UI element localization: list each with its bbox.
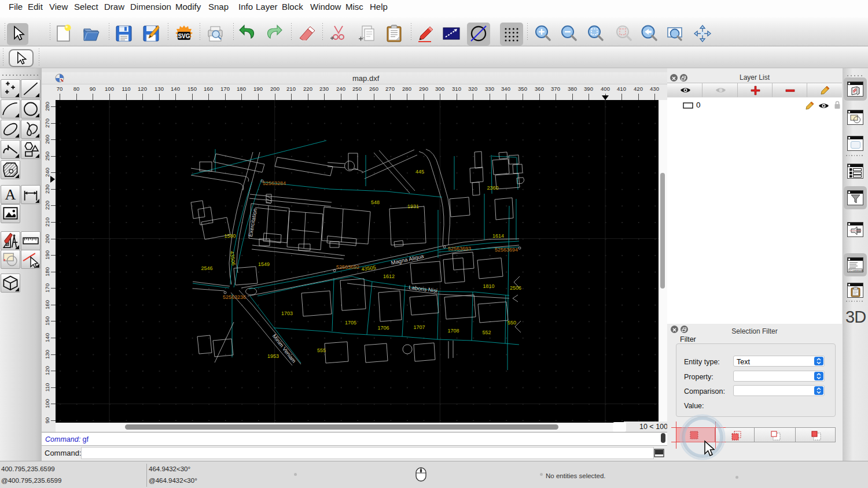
svg-text:52563694: 52563694 (495, 247, 518, 253)
svg-text:2546: 2546 (201, 265, 212, 271)
svg-text:1705: 1705 (345, 320, 356, 326)
svg-text:548: 548 (371, 199, 380, 205)
svg-text:1931: 1931 (407, 204, 419, 209)
svg-text:445: 445 (415, 169, 424, 175)
svg-text:52563236: 52563236 (223, 294, 246, 300)
svg-text:1706: 1706 (377, 325, 389, 331)
svg-text:52563284: 52563284 (263, 180, 286, 186)
svg-text:1549: 1549 (258, 261, 270, 267)
svg-text:1810: 1810 (483, 283, 494, 289)
svg-text:1708: 1708 (447, 328, 459, 334)
svg-text:SVG: SVG (178, 33, 190, 39)
svg-text:1707: 1707 (413, 324, 425, 330)
svg-text:52563693: 52563693 (448, 246, 471, 252)
svg-text:1580: 1580 (224, 233, 236, 239)
svg-text:1953: 1953 (267, 353, 279, 359)
svg-text:1612: 1612 (383, 273, 395, 279)
svg-text:2506: 2506 (510, 285, 521, 291)
svg-text:550: 550 (507, 320, 516, 326)
svg-text:2360: 2360 (487, 185, 498, 191)
svg-text:555: 555 (317, 347, 326, 353)
svg-text:52563692: 52563692 (336, 264, 359, 270)
svg-text:1614: 1614 (492, 233, 504, 239)
svg-text:1703: 1703 (281, 310, 293, 316)
svg-text:552: 552 (482, 330, 491, 335)
svg-text:C command: C command (850, 269, 863, 272)
